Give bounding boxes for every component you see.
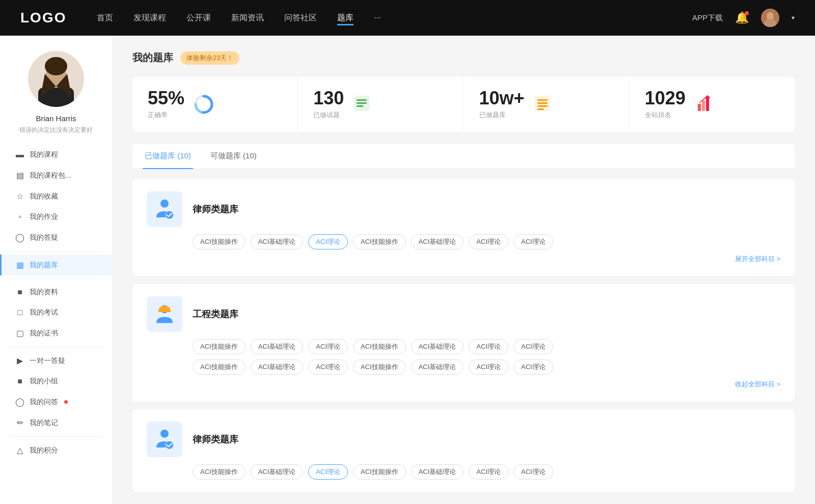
- l2-tag-1[interactable]: ACI基础理论: [251, 464, 304, 480]
- eng-tag-r2-1[interactable]: ACI基础理论: [251, 359, 304, 375]
- tag-2[interactable]: ACI理论: [308, 234, 348, 249]
- eng-tag-r2-6[interactable]: ACI理论: [513, 359, 553, 375]
- user-avatar[interactable]: [761, 9, 779, 27]
- avatar-image: [761, 9, 779, 27]
- tab-done-banks[interactable]: 已做题库 (10): [143, 144, 193, 169]
- sidebar-item-favorites[interactable]: ☆ 我的收藏: [0, 186, 112, 207]
- svg-marker-22: [704, 95, 711, 98]
- svg-rect-26: [158, 310, 171, 312]
- tag-3[interactable]: ACI技能操作: [353, 234, 406, 249]
- user-chevron-icon[interactable]: ▾: [792, 14, 795, 21]
- eng-tag-r1-5[interactable]: ACI理论: [469, 339, 508, 354]
- eng-tag-r1-3[interactable]: ACI技能操作: [353, 339, 406, 354]
- app-download-btn[interactable]: APP下载: [692, 13, 723, 23]
- sidebar-item-label: 我的课程包...: [30, 171, 71, 180]
- stat-done-banks-label: 已做题库: [479, 110, 525, 120]
- stat-accuracy: 55% 正确率: [132, 77, 298, 132]
- eng-tag-r2-5[interactable]: ACI理论: [469, 359, 508, 375]
- nav-news[interactable]: 新闻资讯: [231, 11, 264, 25]
- eng-tag-r1-6[interactable]: ACI理论: [513, 339, 553, 354]
- lawyer-icon: [152, 197, 177, 221]
- sidebar-item-my-group[interactable]: ■ 我的小组: [0, 371, 112, 391]
- l2-tag-4[interactable]: ACI基础理论: [411, 464, 464, 480]
- done-banks-icon: [533, 94, 552, 115]
- sidebar-username: Brian Harris: [36, 114, 76, 123]
- sidebar-item-one-on-one[interactable]: ▶ 一对一答疑: [0, 350, 112, 371]
- stat-accuracy-label: 正确率: [148, 110, 184, 120]
- sidebar-item-my-question[interactable]: ◯ 我的问答: [0, 391, 112, 412]
- certificate-icon: ▢: [15, 328, 24, 338]
- sidebar-item-homework[interactable]: ▫ 我的作业: [0, 207, 112, 227]
- notification-dot: [745, 11, 749, 15]
- collapse-engineer-btn[interactable]: 收起全部科目 >: [735, 380, 780, 389]
- tag-1[interactable]: ACI基础理论: [251, 234, 304, 249]
- qbank-lawyer-1-title: 律师类题库: [193, 203, 238, 215]
- sidebar-item-my-course[interactable]: ▬ 我的课程: [0, 145, 112, 165]
- expand-lawyer-1-btn[interactable]: 展开全部科目 >: [735, 255, 780, 264]
- sidebar-item-label: 我的积分: [30, 446, 58, 455]
- sidebar-item-qbank[interactable]: ▦ 我的题库: [0, 255, 112, 275]
- notification-bell[interactable]: 🔔: [735, 11, 749, 24]
- sidebar-item-my-points[interactable]: △ 我的积分: [0, 440, 112, 461]
- l2-tag-3[interactable]: ACI技能操作: [353, 464, 406, 480]
- navbar: LOGO 首页 发现课程 公开课 新闻资讯 问答社区 题库 ··· APP下载 …: [0, 0, 815, 36]
- sidebar-item-label: 我的答疑: [30, 233, 58, 242]
- nav-opencourse[interactable]: 公开课: [186, 11, 211, 25]
- sidebar-item-label: 我的考试: [30, 308, 58, 317]
- l2-tag-0[interactable]: ACI技能操作: [193, 464, 246, 480]
- qbank-lawyer-2-title: 律师类题库: [193, 433, 238, 445]
- tag-5[interactable]: ACI理论: [469, 234, 508, 249]
- eng-tag-r1-2[interactable]: ACI理论: [308, 339, 348, 354]
- sidebar-item-my-qa[interactable]: ◯ 我的答疑: [0, 227, 112, 248]
- l2-tag-5[interactable]: ACI理论: [469, 464, 508, 480]
- trial-badge: 体验剩余23天！: [180, 51, 239, 65]
- sidebar-item-label: 我的课程: [30, 150, 58, 159]
- svg-point-23: [160, 200, 169, 208]
- sidebar-item-course-package[interactable]: ▤ 我的课程包...: [0, 165, 112, 186]
- svg-rect-16: [537, 102, 548, 104]
- svg-rect-17: [537, 105, 548, 107]
- nav-qbank[interactable]: 题库: [337, 11, 354, 25]
- eng-tag-r1-1[interactable]: ACI基础理论: [251, 339, 304, 354]
- sidebar-item-my-data[interactable]: ■ 我的资料: [0, 282, 112, 302]
- qbank-lawyer-1-footer: 展开全部科目 >: [147, 255, 780, 264]
- qbank-lawyer-1-icon-wrap: [147, 191, 182, 227]
- tag-4[interactable]: ACI基础理论: [411, 234, 464, 249]
- qbank-card-lawyer-2: 律师类题库 ACI技能操作 ACI基础理论 ACI理论 ACI技能操作 ACI基…: [132, 409, 795, 492]
- stats-row: 55% 正确率 130 已做试题: [132, 77, 795, 132]
- stat-done-banks: 10w+ 已做题库: [464, 77, 630, 132]
- nav-home[interactable]: 首页: [97, 11, 113, 25]
- sidebar-item-label: 我的作业: [30, 212, 58, 221]
- sidebar-item-label: 一对一答疑: [30, 356, 65, 366]
- svg-rect-12: [357, 102, 367, 104]
- my-group-icon: ■: [15, 377, 24, 386]
- svg-rect-11: [357, 99, 367, 101]
- accuracy-donut-chart: [193, 93, 215, 116]
- svg-rect-21: [706, 98, 709, 111]
- qbank-engineer-icon-wrap: [147, 296, 182, 332]
- eng-tag-r1-4[interactable]: ACI基础理论: [411, 339, 464, 354]
- my-exam-icon: □: [15, 308, 24, 317]
- sidebar-item-certificate[interactable]: ▢ 我的证书: [0, 323, 112, 344]
- done-questions-icon: [352, 94, 371, 115]
- eng-tag-r2-0[interactable]: ACI技能操作: [193, 359, 246, 375]
- l2-tag-2[interactable]: ACI理论: [308, 464, 348, 480]
- eng-tag-r2-4[interactable]: ACI基础理论: [411, 359, 464, 375]
- nav-qa[interactable]: 问答社区: [284, 11, 317, 25]
- eng-tag-r1-0[interactable]: ACI技能操作: [193, 339, 246, 354]
- logo: LOGO: [20, 10, 66, 26]
- eng-tag-r2-3[interactable]: ACI技能操作: [353, 359, 406, 375]
- tab-available-banks[interactable]: 可做题库 (10): [208, 144, 259, 169]
- svg-rect-18: [537, 108, 544, 110]
- svg-point-6: [45, 57, 67, 75]
- tag-6[interactable]: ACI理论: [513, 234, 553, 249]
- nav-more[interactable]: ···: [374, 11, 381, 24]
- eng-tag-r2-2[interactable]: ACI理论: [308, 359, 348, 375]
- homework-icon: ▫: [15, 212, 24, 221]
- sidebar-item-my-notes[interactable]: ✏ 我的笔记: [0, 412, 112, 433]
- l2-tag-6[interactable]: ACI理论: [513, 464, 553, 480]
- sidebar-item-my-exam[interactable]: □ 我的考试: [0, 302, 112, 323]
- lawyer-2-icon: [152, 427, 177, 452]
- tag-0[interactable]: ACI技能操作: [193, 234, 246, 249]
- nav-discover[interactable]: 发现课程: [133, 11, 166, 25]
